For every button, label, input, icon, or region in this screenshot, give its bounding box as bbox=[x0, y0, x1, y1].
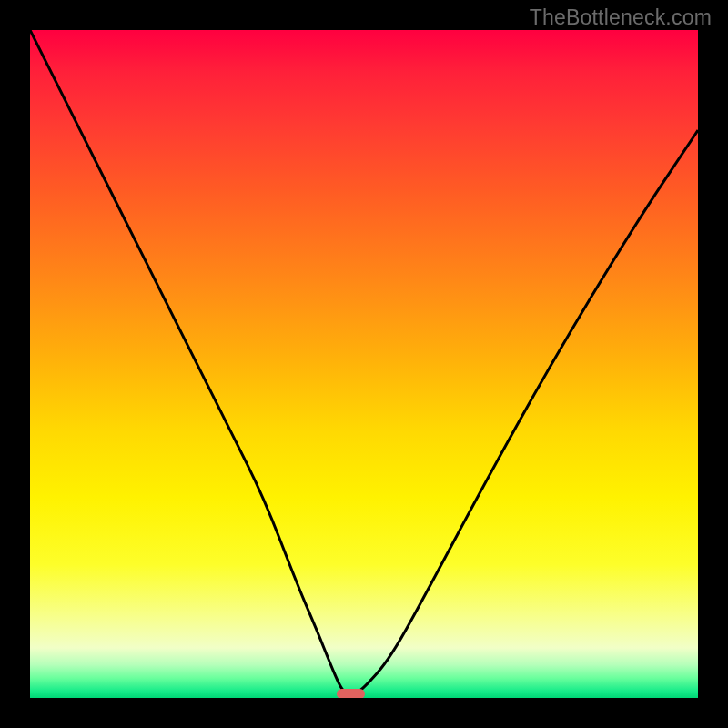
optimum-marker bbox=[337, 689, 365, 698]
bottleneck-curve-path bbox=[30, 30, 698, 694]
watermark-text: TheBottleneck.com bbox=[530, 5, 712, 30]
bottleneck-curve bbox=[30, 30, 698, 698]
plot-area bbox=[30, 30, 698, 698]
chart-frame: TheBottleneck.com bbox=[0, 0, 728, 728]
